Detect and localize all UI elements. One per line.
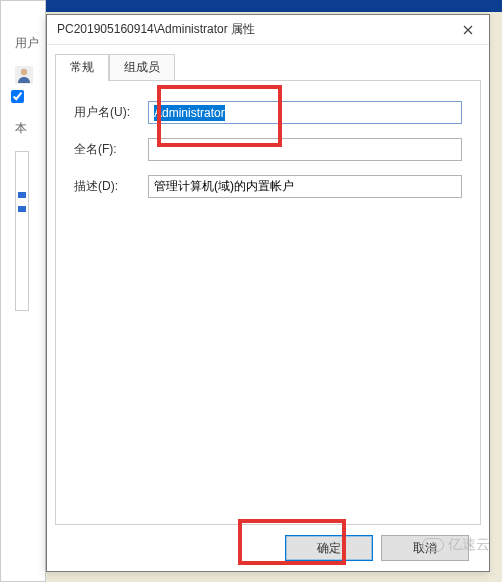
- username-value-selected: Administrator: [154, 105, 225, 121]
- bg-item-marker-2: [18, 206, 26, 212]
- close-button[interactable]: [447, 15, 489, 44]
- titlebar: PC201905160914\Administrator 属性: [47, 15, 489, 45]
- description-input[interactable]: [148, 175, 462, 198]
- svg-point-0: [21, 69, 27, 75]
- description-label: 描述(D):: [74, 178, 148, 195]
- tabstrip: 常规 组成员: [55, 53, 481, 80]
- tab-members[interactable]: 组成员: [109, 54, 175, 81]
- tab-panel-general: 用户名(U): Administrator 全名(F): 描述(D):: [55, 80, 481, 525]
- bg-item-marker-1: [18, 192, 26, 198]
- background-checkbox-input[interactable]: [11, 90, 24, 103]
- tab-general[interactable]: 常规: [55, 54, 109, 81]
- background-checkbox[interactable]: [11, 90, 45, 106]
- watermark: 亿速云: [422, 536, 490, 554]
- username-label: 用户名(U):: [74, 104, 148, 121]
- user-icon: [15, 66, 33, 84]
- properties-dialog: PC201905160914\Administrator 属性 常规 组成员 用…: [46, 14, 490, 572]
- cloud-icon: [422, 538, 444, 552]
- close-icon: [463, 25, 473, 35]
- background-users-label: 用户: [15, 35, 45, 52]
- username-input[interactable]: Administrator: [148, 101, 462, 124]
- ok-button[interactable]: 确定: [285, 535, 373, 561]
- background-local-label: 本: [15, 120, 45, 137]
- background-titlebar: [0, 0, 502, 12]
- row-description: 描述(D):: [74, 175, 462, 198]
- window-title: PC201905160914\Administrator 属性: [57, 21, 255, 38]
- background-window: 用户 本: [0, 0, 46, 582]
- row-username: 用户名(U): Administrator: [74, 101, 462, 124]
- dialog-button-row: 确定 取消: [55, 535, 481, 561]
- watermark-text: 亿速云: [448, 536, 490, 554]
- row-fullname: 全名(F):: [74, 138, 462, 161]
- background-panel-edge: [15, 151, 29, 311]
- fullname-input[interactable]: [148, 138, 462, 161]
- fullname-label: 全名(F):: [74, 141, 148, 158]
